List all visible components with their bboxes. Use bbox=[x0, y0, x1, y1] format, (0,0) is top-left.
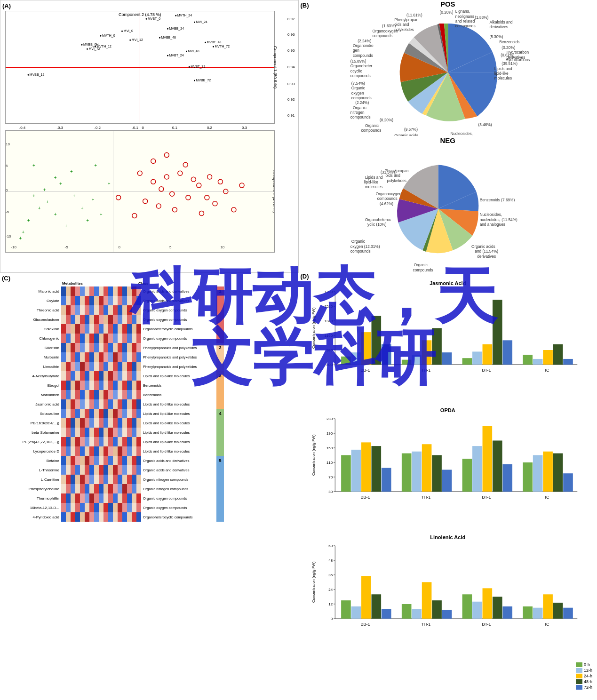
heatmap-cell bbox=[66, 484, 71, 493]
heatmap-cell bbox=[122, 503, 127, 512]
svg-text:+: + bbox=[32, 163, 35, 168]
heatmap-row: BetaineOrganic acids and derivatives5 bbox=[0, 456, 299, 465]
heatmap-cell bbox=[61, 399, 66, 409]
heatmap-cell bbox=[61, 456, 66, 465]
cluster-badge: 2 bbox=[216, 343, 224, 352]
pca-lower-plot: Component 1 (89.6 %) Component 2 (4.78 %… bbox=[5, 130, 275, 253]
svg-text:compounds: compounds bbox=[372, 33, 392, 38]
heatmap-cell bbox=[66, 493, 71, 503]
heatmap-cell bbox=[108, 409, 113, 418]
panel-b: (B) POS bbox=[299, 0, 597, 273]
heatmap-cell bbox=[89, 324, 94, 334]
heatmap-metabolite-name: Malonic acid bbox=[0, 289, 61, 294]
legend-swatch bbox=[576, 662, 582, 667]
svg-text:(7.54%): (7.54%) bbox=[351, 81, 365, 86]
heatmap-cell bbox=[75, 390, 80, 399]
heatmap-cell bbox=[127, 465, 132, 475]
svg-rect-180 bbox=[442, 352, 452, 365]
heatmap-metabolite-name: Lycoperoside D bbox=[0, 449, 61, 453]
heatmap-cell bbox=[132, 334, 136, 343]
dot-MVBB72: ●MVBB_72 bbox=[193, 79, 211, 82]
heatmap-cell bbox=[118, 503, 122, 512]
heatmap-cell bbox=[118, 484, 122, 493]
heatmap-cell bbox=[103, 418, 108, 428]
cluster-badge bbox=[216, 334, 224, 343]
svg-text:0: 0 bbox=[330, 617, 333, 621]
legend-item: 0-h bbox=[576, 662, 592, 667]
heatmap-metabolite-name: L-Carnitine bbox=[0, 477, 61, 482]
heatmap-metabolite-name: Mulberrin bbox=[0, 355, 61, 359]
heatmap-row: ThermophillinOrganic oxygen compounds bbox=[0, 493, 299, 503]
heatmap-cell bbox=[85, 484, 89, 493]
heatmap-cell bbox=[127, 305, 132, 315]
heatmap-cell bbox=[136, 512, 141, 522]
heatmap-row: ChlorogenicOrganic oxygen compounds bbox=[0, 334, 299, 343]
heatmap-class-label: Organic acids and derivatives bbox=[141, 468, 216, 472]
cluster-badge bbox=[216, 324, 224, 334]
heatmap-cell bbox=[136, 305, 141, 315]
heatmap-cell bbox=[94, 305, 99, 315]
dot-MVBT24: ●MVBT_24 bbox=[167, 54, 183, 57]
svg-text:TH-1: TH-1 bbox=[421, 495, 430, 500]
heatmap-cell bbox=[132, 475, 136, 484]
heatmap-cell bbox=[80, 352, 85, 362]
heatmap-cell bbox=[99, 465, 103, 475]
heatmap-cell bbox=[66, 512, 71, 522]
heatmap-cell bbox=[75, 399, 80, 409]
heatmap-cell bbox=[89, 352, 94, 362]
heatmap-cell bbox=[108, 493, 113, 503]
cluster-badge bbox=[216, 503, 224, 512]
heatmap-row: MulberrinPhenylpropanoids and polyketide… bbox=[0, 352, 299, 362]
heatmap-cell bbox=[122, 418, 127, 428]
heatmap-cell bbox=[122, 456, 127, 465]
heatmap-cell bbox=[136, 456, 141, 465]
heatmap-cell bbox=[127, 334, 132, 343]
legend-item: 72-h bbox=[576, 685, 592, 690]
heatmap-cell bbox=[85, 381, 89, 390]
svg-text:10: 10 bbox=[220, 245, 224, 249]
heatmap-cell bbox=[66, 465, 71, 475]
heatmap-cell bbox=[118, 381, 122, 390]
heatmap-metabolite-name: Thermophillin bbox=[0, 496, 61, 501]
svg-rect-264 bbox=[502, 606, 512, 619]
heatmap-cell bbox=[85, 286, 89, 296]
svg-rect-256 bbox=[422, 582, 431, 619]
heatmap-cell bbox=[85, 371, 89, 381]
heatmap-class-label: Phenylpropanoids and polyketides bbox=[141, 346, 216, 350]
heatmap-row: LimocitrinPhenylpropanoids and polyketid… bbox=[0, 362, 299, 371]
heatmap-cell bbox=[66, 428, 71, 437]
svg-rect-250 bbox=[361, 576, 371, 619]
svg-text:(2.24%): (2.24%) bbox=[358, 39, 371, 43]
svg-text:BB-1: BB-1 bbox=[360, 622, 370, 627]
heatmap-cell bbox=[75, 465, 80, 475]
heatmap-metabolite-name: Etrogol bbox=[0, 383, 61, 388]
heatmap-cell bbox=[132, 465, 136, 475]
svg-text:1340: 1340 bbox=[324, 319, 333, 323]
heatmap-cell bbox=[80, 399, 85, 409]
heatmap-cell bbox=[71, 324, 75, 334]
heatmap-class-label: Organic nitrogen compounds bbox=[141, 477, 216, 482]
neg-pie-svg: (31.54%) Lipids and lipid-like molecules… bbox=[299, 145, 597, 272]
heatmap-cell bbox=[118, 409, 122, 418]
cluster-badge bbox=[216, 296, 224, 305]
heatmap-class-label: Lipids and lipid-like molecules bbox=[141, 374, 216, 378]
heatmap-cell bbox=[94, 334, 99, 343]
heatmap-cell bbox=[118, 315, 122, 324]
heatmap-cell bbox=[80, 475, 85, 484]
heatmap-cell bbox=[132, 390, 136, 399]
heatmap-cell bbox=[85, 512, 89, 522]
heatmap-cell bbox=[118, 371, 122, 381]
heatmap-cell bbox=[132, 409, 136, 418]
heatmap-cell bbox=[136, 296, 141, 305]
svg-text:Organic acids: Organic acids bbox=[471, 244, 495, 249]
heatmap-metabolite-name: Limocitrin bbox=[0, 365, 61, 369]
heatmap-cell bbox=[136, 399, 141, 409]
heatmap-cell bbox=[127, 381, 132, 390]
heatmap-cell bbox=[132, 343, 136, 352]
panel-c: (C) Metabolites Class Malonic acidOrgani… bbox=[0, 273, 299, 700]
heatmap-metabolite-name: 4-Pyridoxic acid bbox=[0, 515, 61, 519]
heatmap-metabolite-name: Chlorogenic bbox=[0, 336, 61, 341]
svg-text:compounds: compounds bbox=[361, 128, 381, 133]
heatmap-cell bbox=[66, 418, 71, 428]
svg-text:compounds: compounds bbox=[352, 53, 373, 58]
